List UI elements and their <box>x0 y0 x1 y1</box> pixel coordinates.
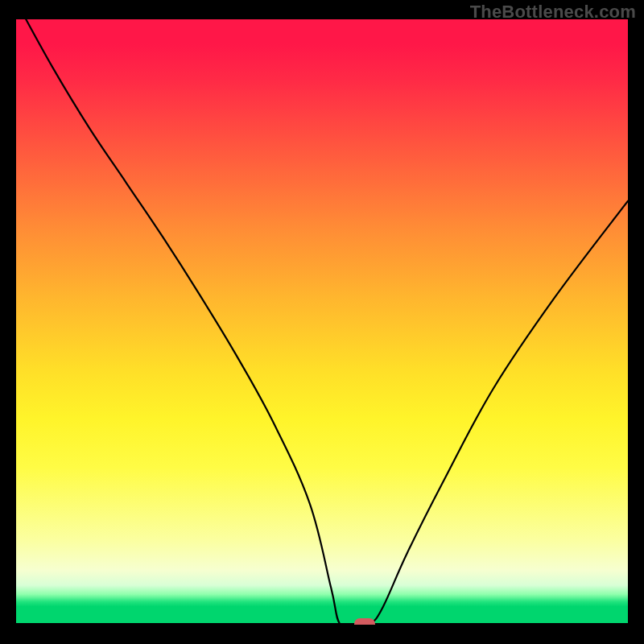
watermark-text: TheBottleneck.com <box>470 2 636 23</box>
bottleneck-curve <box>16 19 628 625</box>
curve-svg <box>16 19 628 625</box>
chart-stage: TheBottleneck.com <box>0 0 644 644</box>
plot-area <box>16 19 628 625</box>
minimum-marker <box>354 618 375 625</box>
